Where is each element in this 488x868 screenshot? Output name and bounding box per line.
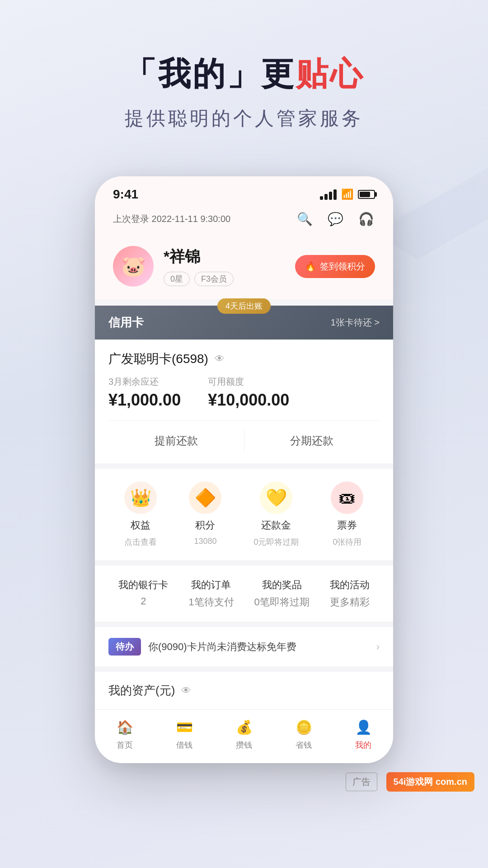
badge-member: F3会员 (194, 272, 234, 286)
credit-card-section: 信用卡 4天后出账 1张卡待还 > 广发聪明卡(6598) 👁 3月剩余应还 ¥… (95, 306, 393, 463)
hero-title: 「我的」更贴心 (0, 54, 488, 93)
early-pay-button[interactable]: 提前还款 (108, 429, 244, 453)
my-bankcard-name: 我的银行卡 (118, 578, 168, 592)
available-label: 可用额度 (208, 376, 289, 388)
checkin-label: 签到领积分 (320, 260, 365, 273)
nav-save[interactable]: 💰 攒钱 (234, 717, 254, 750)
last-login: 上次登录 2022-11-11 9:30:00 (113, 213, 230, 225)
profile-section: 🐷 *祥锦 0星 F3会员 🔥 签到领积分 (95, 237, 393, 299)
last-login-time: 2022-11-11 9:30:00 (152, 214, 231, 224)
profile-info: *祥锦 0星 F3会员 (164, 246, 234, 286)
my-bankcard-value: 2 (141, 595, 146, 607)
installment-button[interactable]: 分期还款 (244, 429, 380, 453)
nav-home[interactable]: 🏠 首页 (115, 717, 135, 750)
service-piaoquan-name: 票券 (337, 519, 357, 532)
avatar: 🐷 (113, 246, 154, 287)
header-actions: 🔍 💬 🎧 (296, 210, 375, 228)
my-activities-value: 更多精彩 (330, 595, 370, 609)
badge-star: 0星 (164, 272, 190, 286)
status-bar: 9:41 📶 (95, 176, 393, 206)
services-section: 👑 权益 点击查看 🔶 积分 13080 💛 还款金 0元即将过期 🎟 票券 0… (95, 463, 393, 560)
my-orders-name: 我的订单 (191, 578, 231, 592)
my-prizes-name: 我的奖品 (262, 578, 302, 592)
footer: 广告 54i游戏网 com.cn (0, 763, 488, 801)
my-activities-name: 我的活动 (330, 578, 370, 592)
nav-spend-icon: 🪙 (294, 717, 314, 737)
my-prizes-value: 0笔即将过期 (254, 595, 309, 609)
status-time: 9:41 (113, 187, 138, 202)
nav-borrow-label: 借钱 (176, 740, 192, 750)
service-huankuan-icon: 💛 (260, 481, 292, 514)
card-name-row: 广发聪明卡(6598) 👁 (108, 350, 380, 368)
battery-fill (360, 192, 370, 197)
eye-icon[interactable]: 👁 (215, 353, 225, 365)
asset-title: 我的资产(元) (108, 683, 175, 698)
watermark: 54i游戏网 com.cn (386, 772, 474, 792)
wifi-icon: 📶 (341, 189, 353, 200)
nav-save-label: 攒钱 (236, 740, 252, 750)
last-login-label: 上次登录 (113, 214, 149, 224)
app-header: 上次登录 2022-11-11 9:30:00 🔍 💬 🎧 (95, 206, 393, 237)
checkin-button[interactable]: 🔥 签到领积分 (295, 255, 375, 278)
bottom-nav: 🏠 首页 💳 借钱 💰 攒钱 🪙 省钱 👤 我的 (95, 709, 393, 763)
amounts-row: 3月剩余应还 ¥1,000.00 可用额度 ¥10,000.00 (108, 376, 380, 410)
card-section-title: 信用卡 (108, 315, 144, 330)
profile-left: 🐷 *祥锦 0星 F3会员 (113, 246, 234, 287)
remaining-label: 3月剩余应还 (108, 376, 181, 388)
remaining-amount: 3月剩余应还 ¥1,000.00 (108, 376, 181, 410)
due-badge: 4天后出账 (217, 298, 271, 314)
hero-title-prefix: 「我的」更 (124, 56, 296, 92)
nav-save-icon: 💰 (234, 717, 254, 737)
nav-spend-label: 省钱 (296, 740, 312, 750)
service-quanyi-icon: 👑 (124, 481, 157, 514)
hero-title-highlight: 贴心 (296, 56, 364, 92)
card-actions: 提前还款 分期还款 (108, 420, 380, 453)
my-bankcard[interactable]: 我的银行卡 2 (118, 578, 168, 609)
nav-mine[interactable]: 👤 我的 (353, 717, 373, 750)
card-name: 广发聪明卡(6598) (108, 350, 208, 368)
todo-section[interactable]: 待办 你(9090)卡片尚未消费达标免年费 › (95, 622, 393, 666)
service-piaoquan-icon: 🎟 (331, 481, 363, 514)
remaining-value: ¥1,000.00 (108, 391, 181, 410)
checkin-icon: 🔥 (305, 261, 316, 272)
chevron-right-icon: › (376, 641, 380, 653)
service-huankuan-name: 还款金 (261, 519, 291, 532)
service-quanyi-desc: 点击查看 (124, 537, 157, 547)
available-value: ¥10,000.00 (208, 391, 289, 410)
nav-spend[interactable]: 🪙 省钱 (294, 717, 314, 750)
nav-borrow[interactable]: 💳 借钱 (174, 717, 194, 750)
my-activities[interactable]: 我的活动 更多精彩 (330, 578, 370, 609)
available-amount: 可用额度 ¥10,000.00 (208, 376, 289, 410)
signal-icon (320, 189, 337, 200)
my-items-section: 我的银行卡 2 我的订单 1笔待支付 我的奖品 0笔即将过期 我的活动 更多精彩 (95, 560, 393, 622)
phone-frame: 9:41 📶 上次登录 2022-11-11 9:30:00 🔍 💬 🎧 (95, 176, 393, 763)
service-jifan-name: 积分 (195, 519, 215, 532)
my-orders-value: 1笔待支付 (188, 595, 234, 609)
service-quanyi-name: 权益 (131, 519, 150, 532)
profile-name: *祥锦 (164, 246, 234, 267)
card-pending[interactable]: 1张卡待还 > (331, 316, 380, 329)
todo-text: 你(9090)卡片尚未消费达标免年费 (148, 640, 296, 654)
card-body: 广发聪明卡(6598) 👁 3月剩余应还 ¥1,000.00 可用额度 ¥10,… (95, 340, 393, 463)
service-jifan-icon: 🔶 (189, 481, 221, 514)
service-piaoquan[interactable]: 🎟 票券 0张待用 (331, 481, 363, 547)
service-huankuan-desc: 0元即将过期 (253, 537, 299, 547)
watermark-text: 54i游戏网 com.cn (394, 777, 467, 787)
ad-badge: 广告 (346, 773, 377, 791)
nav-borrow-icon: 💳 (174, 717, 194, 737)
status-icons: 📶 (320, 189, 375, 200)
service-jifan[interactable]: 🔶 积分 13080 (189, 481, 221, 547)
service-quanyi[interactable]: 👑 权益 点击查看 (124, 481, 157, 547)
asset-eye-icon[interactable]: 👁 (181, 685, 191, 697)
asset-section: 我的资产(元) 👁 (95, 666, 393, 709)
service-huankuan[interactable]: 💛 还款金 0元即将过期 (253, 481, 299, 547)
my-prizes[interactable]: 我的奖品 0笔即将过期 (254, 578, 309, 609)
nav-home-label: 首页 (117, 740, 133, 750)
nav-mine-icon: 👤 (353, 717, 373, 737)
headset-icon[interactable]: 🎧 (357, 210, 375, 228)
service-jifan-desc: 13080 (194, 537, 216, 546)
my-orders[interactable]: 我的订单 1笔待支付 (188, 578, 234, 609)
message-icon[interactable]: 💬 (326, 210, 344, 228)
service-piaoquan-desc: 0张待用 (333, 537, 361, 547)
search-icon[interactable]: 🔍 (296, 210, 314, 228)
